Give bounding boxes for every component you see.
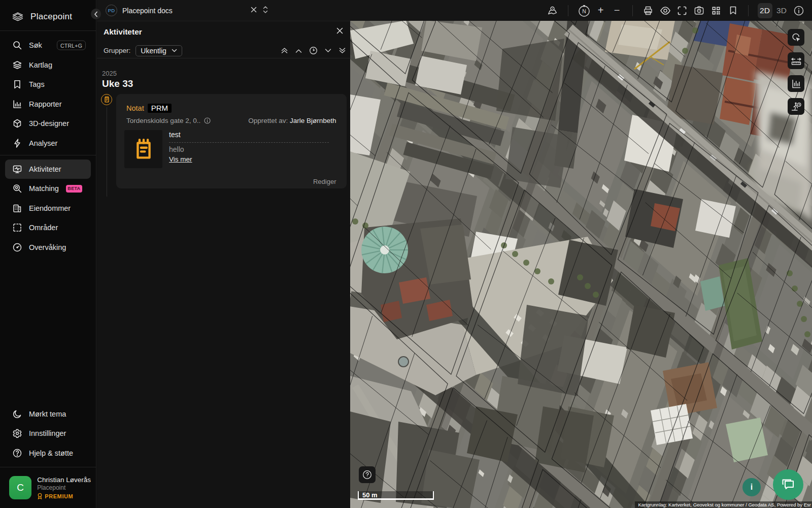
svg-text:N: N: [582, 8, 586, 14]
